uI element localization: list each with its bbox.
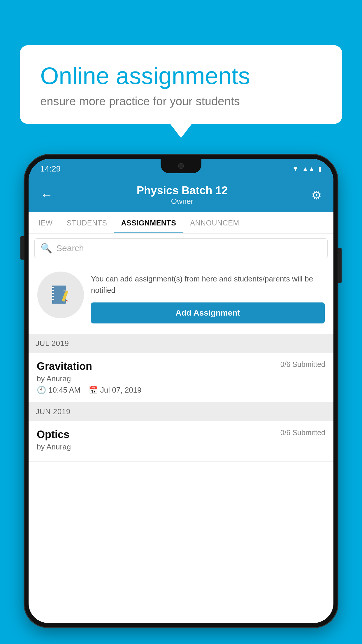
assignment-top-row: Gravitation 0/6 Submitted xyxy=(37,360,325,372)
assignment-item-optics[interactable]: Optics 0/6 Submitted by Anurag xyxy=(29,421,333,462)
wifi-icon: ▼ xyxy=(292,165,299,173)
search-bar[interactable]: 🔍 Search xyxy=(34,238,328,258)
header-title: Physics Batch 12 xyxy=(53,184,311,197)
search-bar-container: 🔍 Search xyxy=(29,234,333,263)
search-placeholder: Search xyxy=(56,243,84,253)
camera-dot xyxy=(178,163,184,169)
tabs-bar: IEW STUDENTS ASSIGNMENTS ANNOUNCEM xyxy=(29,212,333,234)
promo-description: You can add assignment(s) from here and … xyxy=(91,273,325,296)
promo-right: You can add assignment(s) from here and … xyxy=(91,272,325,323)
notebook-svg-icon xyxy=(49,283,72,307)
svg-rect-3 xyxy=(52,290,54,291)
phone-frame: 14:29 ▼ ▲▲ ▮ ← Physics Batch 12 Owner ⚙ xyxy=(24,155,338,644)
assignment-date-value: Jul 07, 2019 xyxy=(100,386,142,395)
header-subtitle: Owner xyxy=(53,197,311,206)
status-time: 14:29 xyxy=(40,164,61,174)
clock-icon: 🕙 xyxy=(37,386,46,395)
svg-rect-5 xyxy=(52,296,54,297)
calendar-icon: 📅 xyxy=(89,386,98,395)
app-header: ← Physics Batch 12 Owner ⚙ xyxy=(29,179,333,212)
assignment-submitted-gravitation: 0/6 Submitted xyxy=(280,360,325,369)
promo-card: You can add assignment(s) from here and … xyxy=(29,263,333,334)
assignment-meta-gravitation: 🕙 10:45 AM 📅 Jul 07, 2019 xyxy=(37,386,325,395)
back-button[interactable]: ← xyxy=(40,188,53,202)
battery-icon: ▮ xyxy=(318,165,322,173)
svg-marker-8 xyxy=(66,300,68,302)
signal-icon: ▲▲ xyxy=(302,165,315,173)
settings-button[interactable]: ⚙ xyxy=(311,188,322,202)
phone-inner: 14:29 ▼ ▲▲ ▮ ← Physics Batch 12 Owner ⚙ xyxy=(29,159,333,623)
assignment-author-gravitation: by Anurag xyxy=(37,374,325,383)
tab-students[interactable]: STUDENTS xyxy=(60,212,114,233)
assignment-name-gravitation: Gravitation xyxy=(37,360,92,372)
search-icon: 🔍 xyxy=(41,243,52,254)
speech-bubble: Online assignments ensure more practice … xyxy=(20,45,342,124)
assignment-time-value: 10:45 AM xyxy=(48,386,80,395)
tab-iew[interactable]: IEW xyxy=(31,212,60,233)
tab-assignments[interactable]: ASSIGNMENTS xyxy=(114,212,183,233)
section-header-jul2019: JUL 2019 xyxy=(29,334,333,353)
speech-bubble-title: Online assignments xyxy=(40,63,322,89)
assignment-time-gravitation: 🕙 10:45 AM xyxy=(37,386,80,395)
speech-bubble-container: Online assignments ensure more practice … xyxy=(20,45,342,124)
svg-rect-4 xyxy=(52,293,54,294)
assignment-date-gravitation: 📅 Jul 07, 2019 xyxy=(89,386,142,395)
tab-announcements[interactable]: ANNOUNCEM xyxy=(183,212,246,233)
assignment-submitted-optics: 0/6 Submitted xyxy=(280,428,325,437)
svg-rect-6 xyxy=(52,299,54,300)
speech-bubble-subtitle: ensure more practice for your students xyxy=(40,95,322,108)
screen-content: 🔍 Search xyxy=(29,234,333,462)
assignment-author-optics: by Anurag xyxy=(37,442,325,452)
assignment-name-optics: Optics xyxy=(37,428,69,441)
header-center: Physics Batch 12 Owner xyxy=(53,184,311,206)
assignment-item-gravitation[interactable]: Gravitation 0/6 Submitted by Anurag 🕙 10… xyxy=(29,353,333,402)
status-icons: ▼ ▲▲ ▮ xyxy=(292,165,322,173)
promo-icon-circle xyxy=(37,272,84,318)
assignment-top-row-optics: Optics 0/6 Submitted xyxy=(37,428,325,441)
section-header-jun2019: JUN 2019 xyxy=(29,402,333,421)
phone-outer: 14:29 ▼ ▲▲ ▮ ← Physics Batch 12 Owner ⚙ xyxy=(24,155,338,627)
status-bar: 14:29 ▼ ▲▲ ▮ xyxy=(29,159,333,179)
notch-cutout xyxy=(161,159,201,173)
add-assignment-button[interactable]: Add Assignment xyxy=(91,302,325,323)
svg-rect-2 xyxy=(52,287,54,288)
